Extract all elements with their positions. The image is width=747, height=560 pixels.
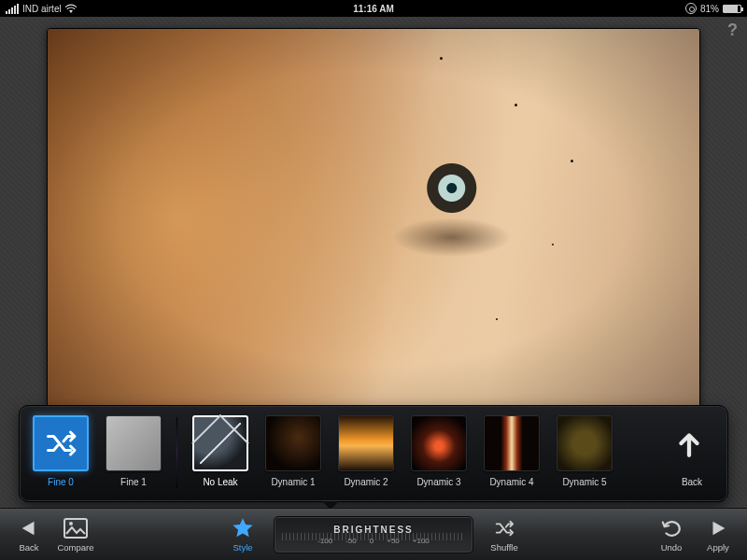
style-dynamic5[interactable]: Dynamic 5 — [555, 415, 614, 487]
style-fine1[interactable]: Fine 1 — [104, 415, 163, 487]
photo-image — [48, 29, 699, 408]
battery-icon — [723, 5, 741, 13]
shuffle-icon — [44, 427, 78, 460]
wifi-icon — [65, 4, 77, 13]
status-bar: IND airtel 11:16 AM 81% — [0, 0, 747, 17]
arrow-up-icon — [677, 429, 701, 457]
style-label: Fine 0 — [31, 477, 91, 487]
help-button[interactable]: ? — [727, 21, 738, 40]
style-label: Dynamic 2 — [336, 477, 396, 487]
clock-label: 11:16 AM — [0, 4, 747, 14]
style-label: Fine 1 — [104, 477, 163, 487]
bottom-toolbar: Back Compare Style BRIGHTNESS -100 -50 0… — [0, 508, 747, 560]
back-triangle-icon — [19, 518, 39, 539]
toolbar-label: Apply — [707, 542, 729, 553]
back-button[interactable]: Back — [6, 516, 52, 553]
style-no-leak[interactable]: No Leak — [190, 415, 250, 487]
style-strip: Fine 0 Fine 1 No Leak Dynamic 1 Dynamic … — [19, 405, 728, 502]
style-label: No Leak — [190, 477, 250, 487]
style-button[interactable]: Style — [219, 516, 266, 553]
orientation-lock-icon — [685, 3, 697, 14]
brightness-slider[interactable]: BRIGHTNESS -100 -50 0 +50 +100 — [274, 516, 473, 553]
style-label: Dynamic 3 — [409, 477, 469, 487]
style-dynamic1[interactable]: Dynamic 1 — [263, 415, 323, 487]
divider — [176, 417, 177, 488]
toolbar-label: Style — [233, 542, 252, 553]
style-label: Dynamic 4 — [482, 477, 542, 487]
svg-rect-0 — [64, 519, 87, 538]
toolbar-label: Shuffle — [490, 542, 517, 553]
compare-button[interactable]: Compare — [52, 516, 99, 553]
undo-button[interactable]: Undo — [648, 516, 695, 553]
style-dynamic2[interactable]: Dynamic 2 — [336, 415, 396, 487]
status-right: 81% — [685, 3, 741, 14]
style-dynamic3[interactable]: Dynamic 3 — [409, 415, 469, 487]
style-label: Dynamic 5 — [555, 477, 614, 487]
signal-icon — [6, 4, 19, 14]
star-icon — [231, 516, 255, 540]
status-left: IND airtel — [6, 4, 77, 14]
style-dynamic4[interactable]: Dynamic 4 — [482, 415, 542, 487]
shuffle-icon — [492, 518, 516, 539]
picture-icon — [63, 518, 88, 539]
style-shuffle-fine0[interactable]: Fine 0 — [31, 415, 91, 487]
style-label: Dynamic 1 — [263, 477, 323, 487]
battery-pct-label: 81% — [700, 4, 719, 14]
style-strip-back-button[interactable]: Back — [668, 415, 716, 487]
back-label: Back — [668, 477, 716, 487]
toolbar-label: Compare — [57, 542, 93, 553]
carrier-label: IND airtel — [22, 4, 62, 14]
slider-ticks — [282, 533, 465, 540]
app-frame: ? Fine 0 Fine 1 No Leak Dynamic 1 D — [0, 17, 747, 560]
photo-canvas[interactable] — [47, 28, 700, 409]
toolbar-label: Back — [19, 542, 38, 553]
undo-icon — [660, 518, 683, 539]
svg-point-1 — [69, 522, 73, 525]
shuffle-button[interactable]: Shuffle — [481, 516, 528, 553]
toolbar-label: Undo — [661, 542, 683, 553]
forward-triangle-icon — [708, 518, 728, 539]
apply-button[interactable]: Apply — [695, 516, 741, 553]
